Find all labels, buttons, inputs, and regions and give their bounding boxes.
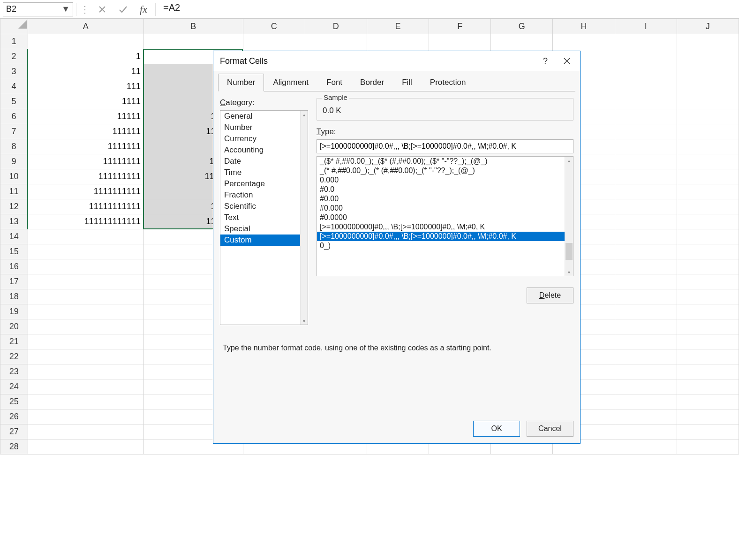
cell-I26[interactable] — [615, 409, 677, 424]
row-header-22[interactable]: 22 — [0, 349, 28, 364]
tab-number[interactable]: Number — [218, 74, 264, 91]
category-item-general[interactable]: General — [220, 111, 300, 122]
fx-icon[interactable]: fx — [135, 0, 152, 18]
cell-I10[interactable] — [615, 169, 677, 184]
row-header-4[interactable]: 4 — [0, 79, 28, 94]
cell-A4[interactable]: 111 — [28, 79, 143, 94]
select-all-corner[interactable] — [0, 19, 28, 34]
chevron-down-icon[interactable]: ▼ — [61, 4, 70, 14]
column-header-G[interactable]: G — [491, 19, 553, 34]
cell-I9[interactable] — [615, 154, 677, 169]
cell-I19[interactable] — [615, 304, 677, 319]
scrollbar[interactable]: ▴ ▾ — [300, 111, 308, 325]
name-box[interactable]: B2 ▼ — [3, 2, 73, 16]
tab-protection[interactable]: Protection — [421, 74, 475, 91]
close-icon[interactable] — [560, 54, 573, 68]
cell-I3[interactable] — [615, 64, 677, 79]
cell-A11[interactable]: 1111111111 — [28, 184, 143, 199]
type-item[interactable]: #0.00 — [317, 194, 565, 204]
tab-alignment[interactable]: Alignment — [264, 74, 317, 91]
row-header-12[interactable]: 12 — [0, 199, 28, 214]
type-item[interactable]: [>=1000000000]#0,,, \B;[>=1000000]#0,, \… — [317, 222, 565, 232]
cell-H1[interactable] — [553, 34, 615, 49]
cell-A3[interactable]: 11 — [28, 64, 143, 79]
row-header-18[interactable]: 18 — [0, 289, 28, 304]
category-item-custom[interactable]: Custom — [220, 235, 300, 246]
row-header-16[interactable]: 16 — [0, 259, 28, 274]
cell-A21[interactable] — [28, 334, 143, 349]
tab-font[interactable]: Font — [317, 74, 351, 91]
scroll-up-icon[interactable]: ▴ — [301, 111, 308, 118]
cell-J10[interactable] — [677, 169, 739, 184]
cell-I24[interactable] — [615, 379, 677, 394]
cell-A26[interactable] — [28, 409, 143, 424]
column-header-E[interactable]: E — [367, 19, 429, 34]
cell-J20[interactable] — [677, 319, 739, 334]
cell-F1[interactable] — [429, 34, 491, 49]
row-header-2[interactable]: 2 — [0, 49, 28, 64]
row-header-11[interactable]: 11 — [0, 184, 28, 199]
cell-J1[interactable] — [677, 34, 739, 49]
cell-A25[interactable] — [28, 394, 143, 409]
category-item-date[interactable]: Date — [220, 156, 300, 167]
column-header-H[interactable]: H — [553, 19, 615, 34]
cell-A1[interactable] — [28, 34, 143, 49]
cell-J13[interactable] — [677, 214, 739, 229]
cell-J16[interactable] — [677, 259, 739, 274]
cell-I1[interactable] — [615, 34, 677, 49]
cell-G1[interactable] — [491, 34, 553, 49]
cell-J2[interactable] — [677, 49, 739, 64]
row-header-13[interactable]: 13 — [0, 214, 28, 229]
cell-A19[interactable] — [28, 304, 143, 319]
cell-J5[interactable] — [677, 94, 739, 109]
row-header-24[interactable]: 24 — [0, 379, 28, 394]
row-header-19[interactable]: 19 — [0, 304, 28, 319]
cell-A6[interactable]: 11111 — [28, 109, 143, 124]
cell-J4[interactable] — [677, 79, 739, 94]
row-header-15[interactable]: 15 — [0, 244, 28, 259]
cell-J21[interactable] — [677, 334, 739, 349]
cell-I28[interactable] — [615, 439, 677, 454]
column-header-I[interactable]: I — [615, 19, 677, 34]
row-header-1[interactable]: 1 — [0, 34, 28, 49]
row-header-10[interactable]: 10 — [0, 169, 28, 184]
cell-A8[interactable]: 1111111 — [28, 139, 143, 154]
type-item[interactable]: [>=1000000000]#0.0#,,, \B;[>=1000000]#0.… — [317, 232, 565, 241]
cell-I15[interactable] — [615, 244, 677, 259]
cell-I25[interactable] — [615, 394, 677, 409]
cell-A20[interactable] — [28, 319, 143, 334]
row-header-20[interactable]: 20 — [0, 319, 28, 334]
ok-button[interactable]: OK — [473, 421, 520, 437]
cell-J26[interactable] — [677, 409, 739, 424]
cell-D1[interactable] — [305, 34, 367, 49]
category-item-percentage[interactable]: Percentage — [220, 178, 300, 189]
cell-J15[interactable] — [677, 244, 739, 259]
cell-I6[interactable] — [615, 109, 677, 124]
scroll-down-icon[interactable]: ▾ — [565, 268, 573, 276]
cell-I11[interactable] — [615, 184, 677, 199]
formula-input[interactable]: =A2 — [158, 2, 736, 16]
category-list[interactable]: GeneralNumberCurrencyAccountingDateTimeP… — [220, 110, 308, 325]
row-header-21[interactable]: 21 — [0, 334, 28, 349]
category-item-time[interactable]: Time — [220, 167, 300, 178]
type-item[interactable]: #0.0 — [317, 185, 565, 194]
category-item-fraction[interactable]: Fraction — [220, 189, 300, 201]
enter-icon[interactable] — [114, 0, 132, 18]
cell-A14[interactable] — [28, 229, 143, 244]
cell-I20[interactable] — [615, 319, 677, 334]
row-header-14[interactable]: 14 — [0, 229, 28, 244]
category-item-accounting[interactable]: Accounting — [220, 144, 300, 156]
cell-I22[interactable] — [615, 349, 677, 364]
cell-I18[interactable] — [615, 289, 677, 304]
cell-A15[interactable] — [28, 244, 143, 259]
row-header-5[interactable]: 5 — [0, 94, 28, 109]
category-item-special[interactable]: Special — [220, 223, 300, 235]
cell-J6[interactable] — [677, 109, 739, 124]
cell-I5[interactable] — [615, 94, 677, 109]
cell-A27[interactable] — [28, 424, 143, 439]
cell-A28[interactable] — [28, 439, 143, 454]
cell-I21[interactable] — [615, 334, 677, 349]
row-header-9[interactable]: 9 — [0, 154, 28, 169]
cell-B1[interactable] — [143, 34, 243, 49]
cancel-button[interactable]: Cancel — [527, 421, 573, 437]
